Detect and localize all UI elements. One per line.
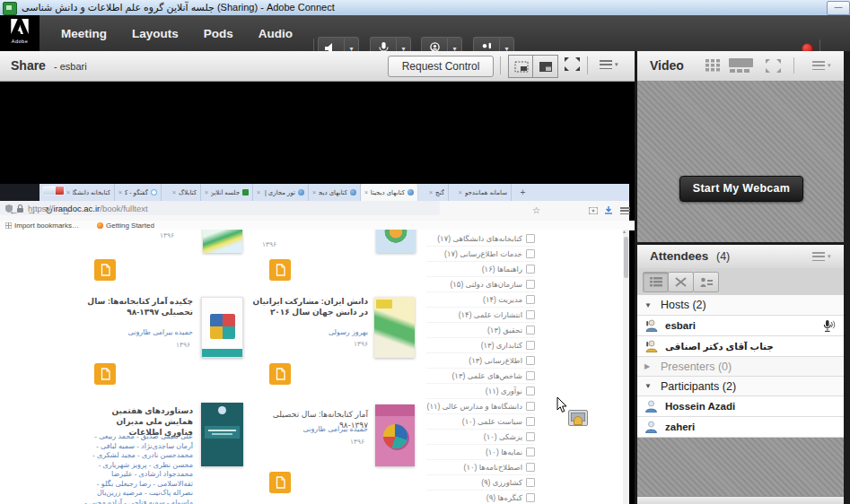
filter-row[interactable]: کنگره‌ها (۹): [426, 491, 535, 504]
browser-tab-active[interactable]: کتابهای دیجیتال ایران×: [361, 184, 418, 201]
expand-triangle-icon[interactable]: ▶: [644, 362, 653, 370]
filter-row[interactable]: شاخص‌های علمی (۱۳): [426, 369, 535, 384]
bookmark-getting-started[interactable]: Getting Started: [97, 222, 154, 230]
active-microphone-icon[interactable]: [821, 319, 836, 334]
checkbox[interactable]: [526, 417, 535, 426]
request-control-button[interactable]: Request Control: [388, 56, 494, 77]
book-author-link[interactable]: حمیده بیرامی طارونی: [103, 328, 193, 336]
checkbox[interactable]: [526, 463, 535, 472]
browser-menu-icon[interactable]: [620, 207, 630, 214]
browser-tab[interactable]: گنج×: [418, 184, 449, 201]
filter-row[interactable]: تحقیق (۱۳): [426, 323, 535, 338]
tab-close-icon[interactable]: ×: [364, 189, 368, 196]
video-fullscreen-icon[interactable]: [765, 58, 782, 74]
filter-row[interactable]: انتشارات علمی (۱۴): [426, 308, 535, 323]
filter-row[interactable]: پزشکی (۱۰): [426, 430, 535, 445]
tab-close-icon[interactable]: ×: [66, 189, 70, 196]
menu-layouts[interactable]: Layouts: [132, 27, 179, 40]
book-cover[interactable]: [201, 403, 243, 466]
share-pod-menu-button[interactable]: ▾: [600, 60, 618, 69]
home-button[interactable]: ⌂: [63, 201, 69, 221]
page-scrollbar[interactable]: ▴: [623, 230, 629, 504]
back-button[interactable]: ←: [9, 201, 19, 221]
checkbox[interactable]: [526, 493, 535, 502]
pdf-download-icon[interactable]: [269, 259, 291, 281]
tab-close-icon[interactable]: ×: [429, 189, 433, 196]
filter-row[interactable]: دانشگاه‌ها و مدارس عالی (۱۱): [426, 399, 535, 414]
attendee-list-view-button[interactable]: [643, 272, 669, 292]
pdf-download-icon[interactable]: [94, 363, 116, 385]
book-title[interactable]: چکیده آمار کتابخانه‌ها: سال تحصیلی ۱۳۹۷-…: [85, 296, 193, 317]
download-icon[interactable]: [604, 206, 613, 215]
browser-tab[interactable]: سامانه همانندجو×: [449, 184, 512, 201]
video-pod-menu-button[interactable]: ▾: [812, 61, 831, 70]
book-cover[interactable]: [201, 297, 243, 358]
checkbox[interactable]: [526, 371, 535, 380]
start-webcam-button[interactable]: Start My Webcam: [679, 176, 803, 202]
checkbox[interactable]: [526, 234, 535, 243]
tab-close-icon[interactable]: ×: [118, 189, 122, 196]
forward-button[interactable]: →: [27, 201, 37, 221]
filter-row[interactable]: سیاست علمی (۱۰): [426, 414, 535, 430]
checkbox[interactable]: [526, 295, 535, 304]
menu-meeting[interactable]: Meeting: [61, 27, 107, 40]
scrollbar-thumb[interactable]: [624, 237, 628, 278]
browser-tab[interactable]: گفتگو - کافیم×: [115, 184, 162, 201]
tab-close-icon[interactable]: ×: [459, 189, 462, 196]
filter-row[interactable]: خدمات اطلاع‌رسانی (۱۷): [426, 247, 535, 262]
pdf-download-icon[interactable]: [269, 472, 291, 493]
book-author-link[interactable]: حمیده بیرامی طارونی: [280, 425, 368, 433]
menu-audio[interactable]: Audio: [259, 27, 293, 40]
book-authors-list[interactable]: علی نعیمی صدیق - محمد ربیعی - آرمان ساجد…: [83, 432, 193, 504]
browser-tab[interactable]: کتابلاگ×: [162, 184, 201, 201]
bookmark-import[interactable]: Import bookmarks…: [5, 222, 79, 230]
share-fullscreen-button[interactable]: [564, 56, 581, 75]
hosts-section-header[interactable]: ▼ Hosts (2): [637, 295, 844, 316]
filter-row[interactable]: اصطلاح‌نامه‌ها (۱۰): [426, 460, 535, 475]
tab-close-icon[interactable]: ×: [172, 189, 176, 196]
tab-close-icon[interactable]: ×: [312, 189, 316, 196]
participants-section-header[interactable]: ▼ Participants (2): [637, 377, 844, 396]
filter-row[interactable]: سازمان‌های دولتی (۱۵): [426, 277, 535, 292]
attendee-row[interactable]: Hossein Azadi: [637, 396, 844, 417]
browser-tab[interactable]: کتابهای دیجیتال ایران×: [309, 184, 361, 201]
filter-row[interactable]: راهنماها (۱۶): [426, 262, 535, 277]
pdf-download-icon[interactable]: [94, 259, 116, 281]
attendee-status-view-button[interactable]: [693, 272, 719, 292]
attendee-row[interactable]: zaheri: [637, 417, 844, 438]
attendee-row[interactable]: جناب آقای دکتر اصنافی: [637, 336, 844, 357]
attendees-pod-menu-button[interactable]: ▾: [812, 252, 831, 261]
checkbox[interactable]: [526, 265, 535, 274]
checkbox[interactable]: [526, 356, 535, 365]
book-cover[interactable]: [375, 404, 415, 466]
extension-icon[interactable]: [589, 207, 598, 214]
checkbox[interactable]: [526, 280, 535, 289]
checkbox[interactable]: [526, 432, 535, 441]
new-tab-button[interactable]: +: [517, 187, 529, 198]
book-cover[interactable]: [203, 230, 242, 253]
checkbox[interactable]: [526, 341, 535, 350]
filter-row[interactable]: کشاورزی (۹): [426, 475, 535, 491]
checkbox[interactable]: [526, 402, 535, 411]
filmstrip-view-icon[interactable]: [729, 58, 754, 73]
browser-tab[interactable]: جلسه آنلاین گروه علم×: [201, 184, 253, 201]
share-view-solid-button[interactable]: [532, 55, 558, 78]
pdf-download-icon[interactable]: [269, 363, 291, 385]
filter-row[interactable]: کتابخانه‌های دانشگاهی (۱۷): [426, 231, 535, 247]
share-view-dashed-button[interactable]: [508, 55, 534, 78]
tab-close-icon[interactable]: ×: [205, 189, 208, 196]
checkbox[interactable]: [526, 387, 535, 395]
bookmark-star-icon[interactable]: ☆: [532, 201, 540, 221]
filter-row[interactable]: نمایه‌ها (۱۰): [426, 445, 535, 460]
collapse-triangle-icon[interactable]: ▼: [644, 301, 653, 309]
attendee-row[interactable]: esbari: [637, 316, 844, 336]
minimize-button[interactable]: —: [827, 1, 850, 15]
filter-row[interactable]: کتابداری (۱۳): [426, 338, 535, 353]
book-cover[interactable]: [374, 297, 415, 358]
menu-pods[interactable]: Pods: [204, 27, 233, 40]
checkbox[interactable]: [526, 326, 535, 335]
grid-view-icon[interactable]: [705, 59, 721, 72]
checkbox[interactable]: [526, 478, 535, 487]
checkbox[interactable]: [526, 249, 535, 258]
browser-window-controls[interactable]: [42, 186, 65, 196]
